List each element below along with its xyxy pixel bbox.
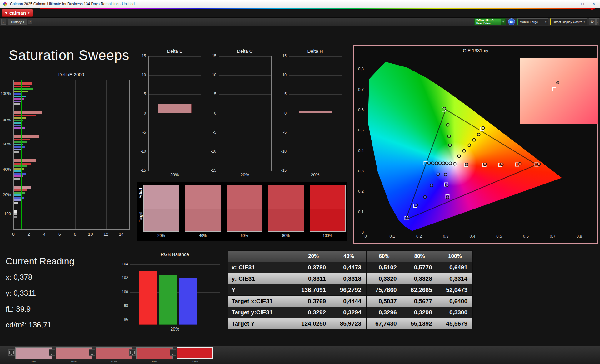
cie-measured-point <box>518 162 522 166</box>
target-swatch <box>268 209 304 231</box>
patch-swatch[interactable] <box>177 347 213 359</box>
gridline <box>289 133 342 133</box>
meter-line2: Direct View <box>476 22 501 25</box>
display-control-dropdown[interactable]: Direct Display Control ▾ <box>550 18 587 25</box>
delta-c-plot <box>219 56 272 171</box>
y-tick-label: 10 <box>282 73 287 77</box>
deltae-bar <box>14 186 31 189</box>
chevron-down-icon: ▾ <box>582 20 587 23</box>
delta-c-bar <box>228 114 262 114</box>
chevron-down-icon: ▾ <box>28 11 30 15</box>
monitor-icon <box>90 351 94 354</box>
add-tab-button[interactable]: + <box>28 20 32 24</box>
actual-target-swatch <box>185 185 221 232</box>
y-tick-label: 10 <box>212 73 216 77</box>
actual-target-swatch <box>310 185 346 232</box>
cie-measured-point <box>477 133 481 136</box>
actual-target-swatch <box>143 185 179 232</box>
deltae-bar <box>14 165 28 167</box>
y-tick-label: 0 <box>144 111 146 116</box>
y-tick-label: 0,2 <box>358 189 364 194</box>
close-button[interactable]: × <box>588 0 599 8</box>
y-tick-label: 100% <box>1 91 11 96</box>
window-title: Calman 2025 Calman Ultimate for Business… <box>10 0 135 8</box>
y-tick-label: 15 <box>212 54 216 58</box>
patch-swatch[interactable] <box>15 347 52 359</box>
patch-swatch[interactable] <box>136 347 173 359</box>
calman-app-window: Calman 2025 Calman Ultimate for Business… <box>0 0 600 364</box>
y-tick-label: 15 <box>142 54 146 58</box>
calman-logo-icon <box>5 11 8 14</box>
patch-swatch-label: 80% <box>152 360 157 363</box>
deltae-bar <box>14 111 42 114</box>
green-bar <box>159 275 177 325</box>
reading-y: y: 0,3311 <box>6 289 74 298</box>
meter-line1: X-Rite i1Pro 3 <box>476 19 501 22</box>
display-toggle-button[interactable] <box>129 349 136 356</box>
meter-status-badge[interactable]: S80 <box>508 18 515 25</box>
y-tick-label: 100 <box>122 290 128 294</box>
meter-selector[interactable]: X-Rite i1Pro 3 Direct View ▾ <box>474 18 506 25</box>
gridline <box>149 75 201 76</box>
patch-measured-marker <box>556 81 559 84</box>
y-tick-label: 96 <box>124 317 128 322</box>
rgb-xlabel: 20% <box>130 327 220 332</box>
cie-measured-point <box>435 162 438 165</box>
y-tick-label: 0,1 <box>358 209 364 214</box>
blue-bar <box>179 278 197 325</box>
cie-measured-point <box>443 107 446 111</box>
deltae-bar <box>14 135 39 138</box>
actual-swatch <box>227 185 262 209</box>
display-toggle-button[interactable] <box>8 349 15 356</box>
bottom-bar: 20%40%60%80%100% ♪ ■ ▶ ⌂ ↻ ◉ « Back Next… <box>0 346 600 364</box>
settings-gear-button[interactable]: ⚙ <box>589 18 596 25</box>
x-tick-label: 0,5 <box>496 234 502 239</box>
source-dropdown[interactable]: Mobile Forge ▾ <box>517 18 548 25</box>
x-tick-label: 4 <box>43 232 46 237</box>
cie-measured-point <box>446 123 450 126</box>
gridline <box>289 75 342 76</box>
actual-swatch <box>144 185 179 209</box>
deltae-bar <box>14 149 22 150</box>
gridline <box>29 80 29 229</box>
panel-toggle-button[interactable]: ▸ <box>596 18 599 25</box>
y-tick-label: 40% <box>3 167 11 171</box>
gridline <box>219 75 271 76</box>
cie-measured-point <box>453 162 456 166</box>
deltae-bar <box>14 146 25 148</box>
swatch-label: 20% <box>158 234 165 238</box>
deltae-bar <box>14 168 24 170</box>
x-tick-label: 0,3 <box>443 234 448 239</box>
actual-swatch <box>310 185 345 209</box>
maximize-button[interactable]: □ <box>577 0 588 8</box>
x-tick-label: 0,1 <box>389 234 395 239</box>
deltae-bar <box>14 189 27 191</box>
gridline <box>149 56 201 57</box>
tab-history-1[interactable]: History 1 <box>8 19 27 25</box>
y-tick-label: -10 <box>141 149 146 154</box>
calman-logo-menu[interactable]: calman ▾ <box>2 9 33 17</box>
y-tick-label: 0,6 <box>358 107 364 112</box>
cie-measured-point <box>430 184 433 187</box>
patch-swatch[interactable] <box>96 347 132 359</box>
deltae-bar <box>14 103 20 105</box>
collapse-button[interactable]: ▸ <box>1 19 6 25</box>
page-title: Saturation Sweeps <box>9 47 129 63</box>
calman-logo-text: calman <box>9 10 26 16</box>
app-icon <box>3 2 8 7</box>
warn-reference-line <box>37 80 37 229</box>
display-toggle-button[interactable] <box>49 349 55 356</box>
cie-measured-point <box>415 203 418 207</box>
minimize-button[interactable]: – <box>566 0 577 8</box>
gridline <box>149 114 201 114</box>
measurement-zoom-patch <box>520 58 598 124</box>
display-toggle-button[interactable] <box>89 349 95 356</box>
x-tick-label: 0 <box>12 232 15 237</box>
swatch-label: 80% <box>282 234 290 238</box>
y-tick-label: -10 <box>281 149 287 154</box>
cie-measured-point <box>428 162 431 165</box>
cie-measured-point <box>462 149 466 152</box>
patch-swatch[interactable] <box>56 347 92 359</box>
cie-measured-point <box>448 144 452 147</box>
display-toggle-button[interactable] <box>170 349 176 356</box>
